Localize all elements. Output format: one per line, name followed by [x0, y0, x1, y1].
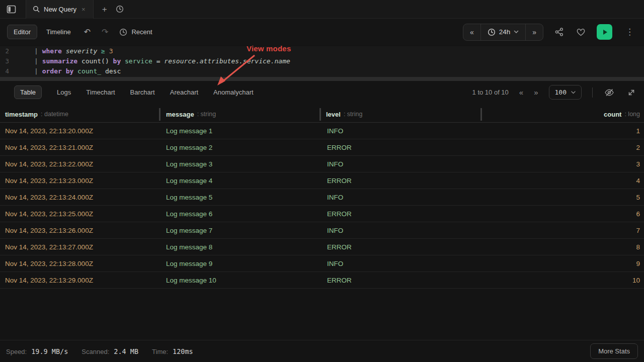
- table-row[interactable]: Nov 14, 2023, 22:13:20.000ZLog message 1…: [0, 123, 644, 139]
- history-clock-icon[interactable]: [116, 5, 124, 13]
- page-size-value: 100: [555, 88, 567, 96]
- cell-level: INFO: [321, 160, 481, 168]
- view-mode-tabs: TableLogsTimechartBarchartAreachartAnoma…: [14, 85, 254, 99]
- close-icon[interactable]: ×: [80, 6, 87, 13]
- view-mode-anomalychart[interactable]: Anomalychart: [213, 88, 253, 96]
- column-name: level: [326, 111, 341, 118]
- editor-scrollbar[interactable]: [0, 77, 644, 81]
- table-row[interactable]: Nov 14, 2023, 22:13:27.000ZLog message 8…: [0, 239, 644, 255]
- page-size-dropdown[interactable]: 100: [549, 85, 582, 100]
- column-header-count[interactable]: count: long: [481, 106, 644, 122]
- query-editor[interactable]: 2| where severity ≥ 33| summarize count(…: [0, 46, 644, 77]
- query-toolbar: Editor Timeline ↶ ↷ Recent «: [0, 19, 644, 45]
- scanned-value: 2.4 MB: [114, 347, 138, 355]
- view-mode-areachart[interactable]: Areachart: [170, 88, 198, 96]
- cell-timestamp: Nov 14, 2023, 22:13:24.000Z: [0, 194, 161, 201]
- cell-message: Log message 4: [161, 177, 321, 185]
- cell-timestamp: Nov 14, 2023, 22:13:27.000Z: [0, 243, 161, 251]
- favorite-heart-icon[interactable]: [575, 27, 587, 38]
- more-stats-button[interactable]: More Stats: [590, 343, 638, 359]
- clock-icon: [488, 28, 496, 36]
- cell-message: Log message 7: [161, 227, 321, 234]
- cell-timestamp: Nov 14, 2023, 22:13:29.000Z: [0, 277, 161, 284]
- results-table: timestamp: datetimemessage: stringlevel:…: [0, 106, 644, 289]
- table-row[interactable]: Nov 14, 2023, 22:13:28.000ZLog message 9…: [0, 255, 644, 272]
- expand-icon[interactable]: [626, 87, 637, 98]
- hide-columns-eye-off-icon[interactable]: [603, 86, 615, 99]
- column-type: : datetime: [41, 111, 68, 118]
- editor-tab-button[interactable]: Editor: [7, 25, 37, 39]
- redo-icon[interactable]: ↷: [99, 26, 111, 38]
- line-number: 4: [0, 66, 9, 76]
- pagination-controls: 1 to 10 of 10 « » 100: [472, 85, 637, 100]
- column-name: message: [166, 111, 194, 118]
- cell-timestamp: Nov 14, 2023, 22:13:22.000Z: [0, 160, 161, 168]
- table-row[interactable]: Nov 14, 2023, 22:13:22.000ZLog message 3…: [0, 156, 644, 172]
- share-icon[interactable]: [553, 26, 565, 38]
- table-row[interactable]: Nov 14, 2023, 22:13:23.000ZLog message 4…: [0, 172, 644, 189]
- column-header-level[interactable]: level: string: [321, 106, 481, 122]
- cell-level: ERROR: [321, 177, 481, 185]
- chevron-down-icon: [514, 30, 519, 34]
- time-back-icon[interactable]: «: [463, 24, 480, 40]
- editor-line[interactable]: 4| order by count_ desc: [0, 66, 644, 76]
- page-prev-icon[interactable]: «: [519, 88, 523, 97]
- column-name: timestamp: [5, 111, 38, 118]
- cell-level: ERROR: [321, 277, 481, 284]
- time-stat: Time: 120ms: [152, 347, 193, 355]
- column-resize-handle[interactable]: [159, 108, 160, 121]
- table-row[interactable]: Nov 14, 2023, 22:13:25.000ZLog message 6…: [0, 206, 644, 222]
- view-mode-timechart[interactable]: Timechart: [86, 88, 115, 96]
- code-line: | where severity ≥ 3: [34, 46, 113, 56]
- cell-level: ERROR: [321, 144, 481, 151]
- view-mode-barchart[interactable]: Barchart: [130, 88, 155, 96]
- query-app-window: New Query × + Editor Timeline ↶ ↷: [0, 0, 644, 362]
- toolbar-right-group: « 24h »: [463, 24, 637, 41]
- editor-line[interactable]: 3| summarize count() by service = resour…: [0, 56, 644, 66]
- column-name: count: [604, 111, 621, 118]
- chevron-down-icon: [571, 91, 576, 94]
- tab-new-query[interactable]: New Query ×: [26, 0, 94, 19]
- cell-message: Log message 10: [161, 277, 321, 284]
- view-mode-table[interactable]: Table: [14, 85, 42, 99]
- cell-message: Log message 8: [161, 243, 321, 251]
- speed-stat: Speed: 19.9 MB/s: [6, 347, 68, 355]
- editor-line[interactable]: 2| where severity ≥ 3: [0, 46, 644, 56]
- more-menu-icon[interactable]: ⋮: [622, 27, 637, 37]
- run-query-button[interactable]: [597, 24, 612, 40]
- cell-level: INFO: [321, 227, 481, 234]
- cell-count: 3: [481, 160, 644, 168]
- time-label: Time:: [152, 348, 168, 355]
- new-tab-button[interactable]: +: [102, 5, 107, 14]
- annotation-view-modes: View modes: [247, 44, 291, 53]
- cell-count: 9: [481, 260, 644, 267]
- column-resize-handle[interactable]: [319, 108, 321, 121]
- view-mode-logs[interactable]: Logs: [57, 88, 71, 96]
- divider: [592, 87, 593, 98]
- speed-label: Speed:: [6, 348, 27, 355]
- cell-timestamp: Nov 14, 2023, 22:13:20.000Z: [0, 127, 161, 135]
- tab-bar: New Query × +: [0, 0, 644, 19]
- timeline-tab-button[interactable]: Timeline: [41, 25, 76, 39]
- play-icon: [601, 29, 608, 36]
- time-range-selector[interactable]: 24h: [480, 24, 526, 40]
- line-number: 3: [0, 56, 9, 66]
- cell-message: Log message 6: [161, 210, 321, 218]
- table-row[interactable]: Nov 14, 2023, 22:13:29.000ZLog message 1…: [0, 272, 644, 289]
- undo-icon[interactable]: ↶: [81, 26, 94, 38]
- column-resize-handle[interactable]: [480, 108, 482, 121]
- column-type: : string: [344, 111, 363, 118]
- time-forward-icon[interactable]: »: [525, 24, 543, 40]
- table-row[interactable]: Nov 14, 2023, 22:13:24.000ZLog message 5…: [0, 189, 644, 206]
- column-header-timestamp[interactable]: timestamp: datetime: [0, 106, 161, 122]
- page-next-icon[interactable]: »: [534, 88, 538, 97]
- sidebar-toggle-icon[interactable]: [5, 3, 18, 16]
- column-header-message[interactable]: message: string: [161, 106, 321, 122]
- cell-count: 4: [481, 177, 644, 185]
- cell-level: ERROR: [321, 210, 481, 218]
- table-row[interactable]: Nov 14, 2023, 22:13:26.000ZLog message 7…: [0, 222, 644, 239]
- table-body: Nov 14, 2023, 22:13:20.000ZLog message 1…: [0, 123, 644, 289]
- recent-button[interactable]: Recent: [119, 28, 152, 36]
- speed-value: 19.9 MB/s: [31, 347, 68, 355]
- table-row[interactable]: Nov 14, 2023, 22:13:21.000ZLog message 2…: [0, 139, 644, 156]
